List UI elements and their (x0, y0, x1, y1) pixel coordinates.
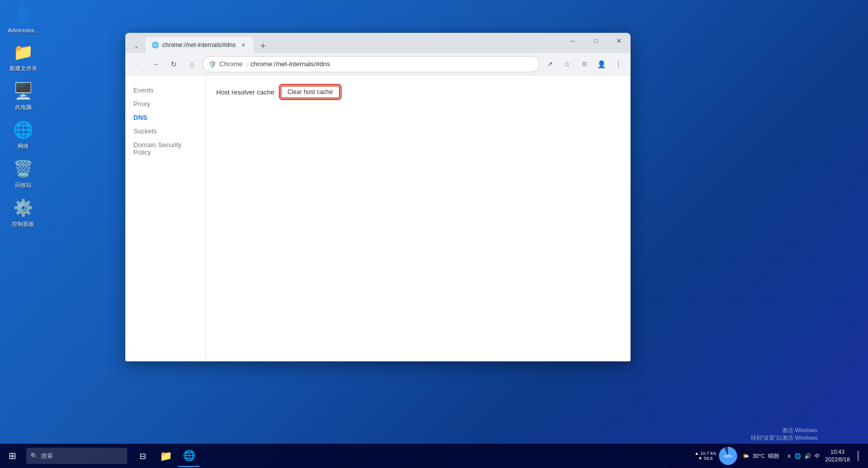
weather-label: 晴朗 (768, 452, 779, 460)
window-controls: ─ □ ✕ (561, 33, 631, 49)
new-folder-icon: 📁 (13, 42, 33, 63)
temperature-icon: 🌤️ (742, 453, 749, 459)
main-content: Host resolver cache Clear host cache (206, 75, 631, 361)
new-folder-label: 新建文件夹 (10, 65, 37, 72)
desktop-icons: 👤 Administra... 📁 新建文件夹 🖥️ 此电脑 🌐 网络 🗑️ 回… (5, 5, 41, 228)
title-bar: ⌄ 🌐 chrome://net-internals/#dns ✕ + ─ □ … (125, 33, 631, 53)
taskbar-search[interactable]: 🔍 搜索 (26, 448, 127, 464)
my-computer-label: 此电脑 (15, 104, 32, 111)
network-icon: 🌐 (794, 453, 801, 459)
task-view-icon: ⊟ (139, 451, 146, 461)
host-resolver-label: Host resolver cache (216, 88, 274, 96)
desktop-icon-recycle-bin[interactable]: 🗑️ 回收站 (5, 159, 41, 189)
menu-button[interactable]: ⋮ (610, 56, 626, 72)
desktop-icon-control-panel[interactable]: ⚙️ 控制面板 (5, 198, 41, 228)
admin-icon: 👤 (13, 5, 33, 25)
taskbar-item-task-view[interactable]: ⊟ (131, 445, 154, 467)
tray-weather: 🌤️ 30°C 晴朗 (739, 452, 782, 460)
sidebar-item-domain-security-policy[interactable]: Domain Security Policy (125, 138, 206, 159)
sidebar-item-sockets[interactable]: Sockets (125, 124, 206, 138)
refresh-button[interactable]: ↻ (166, 56, 182, 72)
admin-label: Administra... (8, 27, 38, 33)
sidebar-item-events[interactable]: Events (125, 83, 206, 97)
new-tab-button[interactable]: + (256, 39, 270, 53)
show-desktop-button[interactable] (852, 444, 864, 468)
close-button[interactable]: ✕ (607, 33, 631, 49)
dns-section: Host resolver cache Clear host cache (216, 85, 620, 99)
tab-title: chrome://net-internals/#dns (162, 41, 235, 49)
start-button[interactable]: ⊞ (0, 444, 24, 468)
network-speed: ▲ 10.7 k/s ▼ 59.8 (695, 451, 716, 461)
address-bar-brand: Chrome (219, 60, 243, 68)
address-bar-separator: | (246, 60, 247, 68)
upload-speed: ▲ 10.7 k/s (695, 451, 716, 456)
tray-system-icons: ∧ 🌐 🔊 中 (784, 452, 823, 460)
network-label: 网络 (18, 143, 29, 150)
minimize-button[interactable]: ─ (561, 33, 584, 49)
tray-clock[interactable]: 10:43 2022/8/18 (825, 448, 850, 464)
start-icon: ⊞ (9, 450, 16, 461)
address-bar[interactable]: 🛡️ Chrome | chrome://net-internals/#dns (202, 56, 540, 72)
nav-right-buttons: ↗ ☆ ⊡ 👤 ⋮ (542, 56, 626, 72)
desktop-icon-admin[interactable]: 👤 Administra... (5, 5, 41, 33)
bookmark-button[interactable]: ☆ (559, 56, 575, 72)
temperature-value: 30°C (752, 453, 765, 459)
system-tray: ▲ 10.7 k/s ▼ 59.8 93% 🌤️ 30°C 晴朗 ∧ 🌐 🔊 中… (695, 444, 868, 468)
my-computer-icon: 🖥️ (13, 81, 33, 102)
active-tab[interactable]: 🌐 chrome://net-internals/#dns ✕ (146, 37, 254, 53)
sidebar: Events Proxy DNS Sockets Domain Security… (125, 75, 206, 361)
tab-overflow-icon[interactable]: ⌄ (129, 39, 143, 53)
split-view-button[interactable]: ⊡ (576, 56, 592, 72)
profile-button[interactable]: 👤 (593, 56, 609, 72)
clock-time: 10:43 (825, 448, 850, 456)
browser-window: ⌄ 🌐 chrome://net-internals/#dns ✕ + ─ □ … (125, 33, 631, 361)
sidebar-item-dns[interactable]: DNS (125, 111, 206, 124)
desktop-icon-my-computer[interactable]: 🖥️ 此电脑 (5, 81, 41, 111)
network-icon: 🌐 (13, 120, 33, 141)
lang-label: 中 (814, 452, 820, 460)
taskbar-items: ⊟ 📁 🌐 (131, 445, 200, 467)
sidebar-item-proxy[interactable]: Proxy (125, 97, 206, 111)
desktop-icon-new-folder[interactable]: 📁 新建文件夹 (5, 42, 41, 72)
taskbar-item-file-explorer[interactable]: 📁 (155, 445, 177, 467)
recycle-bin-label: 回收站 (15, 181, 32, 189)
browser-content: Events Proxy DNS Sockets Domain Security… (125, 75, 631, 361)
taskbar: ⊞ 🔍 搜索 ⊟ 📁 🌐 ▲ 10.7 k/s ▼ 59.8 93% 🌤️ (0, 444, 868, 468)
home-button[interactable]: ⌂ (184, 56, 200, 72)
share-button[interactable]: ↗ (542, 56, 558, 72)
recycle-bin-icon: 🗑️ (13, 159, 33, 179)
address-bar-url: chrome://net-internals/#dns (251, 60, 533, 68)
windows-activate-text: 激活 Windows 转到"设置"以激活 Windows (751, 427, 818, 442)
show-desktop-icon (857, 451, 859, 461)
search-label: 搜索 (41, 452, 53, 460)
taskbar-item-chrome[interactable]: 🌐 (178, 445, 200, 467)
file-explorer-icon: 📁 (160, 450, 172, 462)
control-panel-label: 控制面板 (12, 220, 34, 228)
activate-line1: 激活 Windows (751, 427, 818, 434)
search-icon: 🔍 (30, 452, 38, 459)
tab-favicon: 🌐 (152, 41, 159, 49)
desktop-icon-network[interactable]: 🌐 网络 (5, 120, 41, 150)
clear-host-cache-button[interactable]: Clear host cache (280, 85, 340, 99)
tab-bar: 🌐 chrome://net-internals/#dns ✕ + (146, 37, 270, 53)
nav-bar: ← → ↻ ⌂ 🛡️ Chrome | chrome://net-interna… (125, 53, 631, 75)
expand-icon[interactable]: ∧ (787, 453, 791, 459)
secure-icon: 🛡️ (209, 61, 216, 68)
download-speed: ▼ 59.8 (698, 456, 713, 461)
control-panel-icon: ⚙️ (13, 198, 33, 218)
progress-value: 93% (724, 454, 732, 458)
progress-indicator: 93% (719, 447, 737, 465)
chrome-icon: 🌐 (183, 449, 196, 461)
maximize-button[interactable]: □ (584, 33, 607, 49)
tab-close-button[interactable]: ✕ (238, 40, 248, 50)
clock-date: 2022/8/18 (825, 456, 850, 463)
back-button[interactable]: ← (129, 56, 146, 72)
tray-indicators: ▲ 10.7 k/s ▼ 59.8 93% (695, 447, 738, 465)
speaker-icon[interactable]: 🔊 (804, 453, 811, 459)
activate-line2: 转到"设置"以激活 Windows (751, 434, 818, 442)
forward-button[interactable]: → (148, 56, 164, 72)
